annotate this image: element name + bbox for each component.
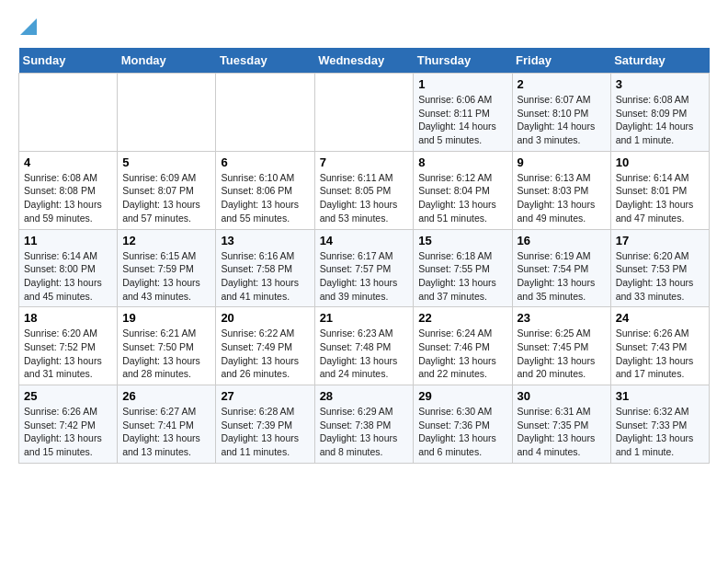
day-detail: Sunrise: 6:27 AM Sunset: 7:41 PM Dayligh… [122, 405, 210, 459]
day-detail: Sunrise: 6:32 AM Sunset: 7:33 PM Dayligh… [616, 405, 704, 459]
day-number: 25 [24, 389, 112, 403]
day-detail: Sunrise: 6:14 AM Sunset: 8:00 PM Dayligh… [24, 249, 112, 304]
calendar-cell: 30Sunrise: 6:31 AM Sunset: 7:35 PM Dayli… [512, 385, 610, 464]
day-detail: Sunrise: 6:28 AM Sunset: 7:39 PM Dayligh… [221, 405, 309, 459]
day-number: 7 [320, 155, 409, 169]
day-detail: Sunrise: 6:07 AM Sunset: 8:10 PM Dayligh… [518, 93, 606, 147]
day-number: 19 [122, 311, 210, 325]
day-detail: Sunrise: 6:10 AM Sunset: 8:06 PM Dayligh… [221, 171, 309, 225]
calendar-cell: 20Sunrise: 6:22 AM Sunset: 7:49 PM Dayli… [216, 307, 314, 385]
day-detail: Sunrise: 6:26 AM Sunset: 7:42 PM Dayligh… [24, 405, 112, 459]
calendar-cell: 9Sunrise: 6:13 AM Sunset: 8:03 PM Daylig… [512, 151, 610, 229]
day-number: 20 [221, 311, 309, 325]
day-number: 9 [518, 155, 606, 169]
day-number: 21 [320, 311, 409, 325]
day-detail: Sunrise: 6:29 AM Sunset: 7:38 PM Dayligh… [320, 405, 409, 459]
day-number: 11 [24, 234, 112, 247]
calendar-cell: 15Sunrise: 6:18 AM Sunset: 7:55 PM Dayli… [414, 229, 512, 307]
day-number: 28 [320, 389, 409, 403]
day-number: 15 [418, 234, 506, 247]
day-detail: Sunrise: 6:14 AM Sunset: 8:01 PM Dayligh… [616, 171, 704, 225]
weekday-header-saturday: Saturday [610, 48, 709, 74]
day-number: 3 [616, 77, 704, 91]
calendar-cell: 17Sunrise: 6:20 AM Sunset: 7:53 PM Dayli… [610, 229, 709, 307]
calendar-cell: 19Sunrise: 6:21 AM Sunset: 7:50 PM Dayli… [118, 307, 216, 385]
calendar-cell: 14Sunrise: 6:17 AM Sunset: 7:57 PM Dayli… [314, 229, 414, 307]
day-number: 12 [122, 234, 210, 247]
calendar-cell: 24Sunrise: 6:26 AM Sunset: 7:43 PM Dayli… [610, 307, 709, 385]
calendar-cell: 23Sunrise: 6:25 AM Sunset: 7:45 PM Dayli… [512, 307, 610, 385]
calendar-cell: 8Sunrise: 6:12 AM Sunset: 8:04 PM Daylig… [414, 151, 512, 229]
day-detail: Sunrise: 6:26 AM Sunset: 7:43 PM Dayligh… [616, 327, 704, 381]
weekday-header-monday: Monday [118, 48, 216, 74]
calendar-cell: 7Sunrise: 6:11 AM Sunset: 8:05 PM Daylig… [314, 151, 414, 229]
day-detail: Sunrise: 6:31 AM Sunset: 7:35 PM Dayligh… [518, 405, 606, 459]
weekday-header-tuesday: Tuesday [216, 48, 314, 74]
calendar-cell: 22Sunrise: 6:24 AM Sunset: 7:46 PM Dayli… [414, 307, 512, 385]
weekday-header-sunday: Sunday [19, 48, 118, 74]
day-number: 23 [518, 311, 606, 325]
day-detail: Sunrise: 6:12 AM Sunset: 8:04 PM Dayligh… [418, 171, 506, 225]
calendar-table: SundayMondayTuesdayWednesdayThursdayFrid… [18, 48, 710, 464]
day-number: 17 [616, 234, 704, 247]
day-detail: Sunrise: 6:30 AM Sunset: 7:36 PM Dayligh… [418, 405, 506, 459]
logo [18, 18, 37, 39]
day-number: 2 [518, 77, 606, 91]
calendar-cell [19, 74, 118, 152]
calendar-cell: 1Sunrise: 6:06 AM Sunset: 8:11 PM Daylig… [414, 74, 512, 152]
day-number: 29 [418, 389, 506, 403]
day-number: 30 [518, 389, 606, 403]
calendar-cell: 18Sunrise: 6:20 AM Sunset: 7:52 PM Dayli… [19, 307, 118, 385]
day-number: 5 [122, 155, 210, 169]
calendar-cell: 5Sunrise: 6:09 AM Sunset: 8:07 PM Daylig… [118, 151, 216, 229]
day-detail: Sunrise: 6:18 AM Sunset: 7:55 PM Dayligh… [418, 249, 506, 304]
day-number: 24 [616, 311, 704, 325]
day-detail: Sunrise: 6:24 AM Sunset: 7:46 PM Dayligh… [418, 327, 506, 381]
day-detail: Sunrise: 6:06 AM Sunset: 8:11 PM Dayligh… [418, 93, 506, 147]
calendar-cell: 28Sunrise: 6:29 AM Sunset: 7:38 PM Dayli… [314, 385, 414, 464]
day-number: 14 [320, 234, 409, 247]
day-number: 18 [24, 311, 112, 325]
day-number: 10 [616, 155, 704, 169]
day-number: 8 [418, 155, 506, 169]
day-number: 31 [616, 389, 704, 403]
calendar-cell: 21Sunrise: 6:23 AM Sunset: 7:48 PM Dayli… [314, 307, 414, 385]
calendar-cell: 3Sunrise: 6:08 AM Sunset: 8:09 PM Daylig… [610, 74, 709, 152]
day-number: 13 [221, 234, 309, 247]
calendar-cell: 10Sunrise: 6:14 AM Sunset: 8:01 PM Dayli… [610, 151, 709, 229]
calendar-cell [118, 74, 216, 152]
day-number: 27 [221, 389, 309, 403]
day-detail: Sunrise: 6:23 AM Sunset: 7:48 PM Dayligh… [320, 327, 409, 381]
weekday-header-thursday: Thursday [414, 48, 512, 74]
calendar-cell: 12Sunrise: 6:15 AM Sunset: 7:59 PM Dayli… [118, 229, 216, 307]
day-detail: Sunrise: 6:19 AM Sunset: 7:54 PM Dayligh… [518, 249, 606, 304]
calendar-cell: 4Sunrise: 6:08 AM Sunset: 8:08 PM Daylig… [19, 151, 118, 229]
weekday-header-wednesday: Wednesday [314, 48, 414, 74]
calendar-cell [314, 74, 414, 152]
day-detail: Sunrise: 6:20 AM Sunset: 7:53 PM Dayligh… [616, 249, 704, 304]
calendar-cell: 6Sunrise: 6:10 AM Sunset: 8:06 PM Daylig… [216, 151, 314, 229]
calendar-cell: 31Sunrise: 6:32 AM Sunset: 7:33 PM Dayli… [610, 385, 709, 464]
calendar-cell: 11Sunrise: 6:14 AM Sunset: 8:00 PM Dayli… [19, 229, 118, 307]
calendar-cell: 2Sunrise: 6:07 AM Sunset: 8:10 PM Daylig… [512, 74, 610, 152]
calendar-cell: 25Sunrise: 6:26 AM Sunset: 7:42 PM Dayli… [19, 385, 118, 464]
weekday-header-friday: Friday [512, 48, 610, 74]
calendar-cell: 26Sunrise: 6:27 AM Sunset: 7:41 PM Dayli… [118, 385, 216, 464]
day-number: 16 [518, 234, 606, 247]
day-detail: Sunrise: 6:16 AM Sunset: 7:58 PM Dayligh… [221, 249, 309, 304]
day-detail: Sunrise: 6:22 AM Sunset: 7:49 PM Dayligh… [221, 327, 309, 381]
day-detail: Sunrise: 6:09 AM Sunset: 8:07 PM Dayligh… [122, 171, 210, 225]
calendar-cell: 29Sunrise: 6:30 AM Sunset: 7:36 PM Dayli… [414, 385, 512, 464]
day-detail: Sunrise: 6:13 AM Sunset: 8:03 PM Dayligh… [518, 171, 606, 225]
day-number: 22 [418, 311, 506, 325]
day-number: 6 [221, 155, 309, 169]
day-number: 26 [122, 389, 210, 403]
day-detail: Sunrise: 6:21 AM Sunset: 7:50 PM Dayligh… [122, 327, 210, 381]
day-detail: Sunrise: 6:11 AM Sunset: 8:05 PM Dayligh… [320, 171, 409, 225]
day-detail: Sunrise: 6:25 AM Sunset: 7:45 PM Dayligh… [518, 327, 606, 381]
day-detail: Sunrise: 6:08 AM Sunset: 8:08 PM Dayligh… [24, 171, 112, 225]
day-detail: Sunrise: 6:15 AM Sunset: 7:59 PM Dayligh… [122, 249, 210, 304]
page-header [18, 18, 710, 39]
calendar-cell: 16Sunrise: 6:19 AM Sunset: 7:54 PM Dayli… [512, 229, 610, 307]
calendar-cell: 13Sunrise: 6:16 AM Sunset: 7:58 PM Dayli… [216, 229, 314, 307]
